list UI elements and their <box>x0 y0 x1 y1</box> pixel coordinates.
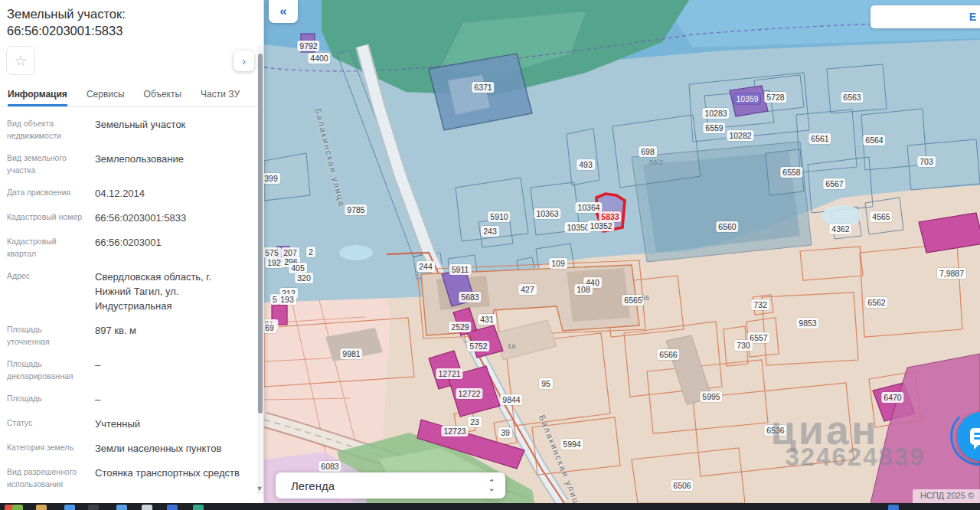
taskbar-icon-1[interactable] <box>12 505 23 510</box>
parcel-label-56/2[interactable]: 56/2 <box>647 157 666 168</box>
parcel-label-6567[interactable]: 6567 <box>823 178 845 189</box>
parcel-label-5995[interactable]: 5995 <box>700 391 722 402</box>
taskbar-icon-5[interactable] <box>116 505 127 510</box>
parcel-label-12723[interactable]: 12723 <box>441 426 468 436</box>
parcel-label-5910[interactable]: 5910 <box>488 211 510 222</box>
parcel-label-6561[interactable]: 6561 <box>808 133 831 144</box>
parcel-label-10359[interactable]: 10359 <box>733 93 760 104</box>
parcel-label-703[interactable]: 703 <box>917 156 936 167</box>
field-row: Площадь– <box>7 392 243 407</box>
parcel-label-10283[interactable]: 10283 <box>702 108 729 119</box>
favorite-button[interactable]: ☆ <box>6 46 35 75</box>
taskbar-icon-9[interactable] <box>888 505 899 510</box>
parcel-label-2529[interactable]: 2529 <box>449 322 471 332</box>
parcel-label-9844[interactable]: 9844 <box>500 394 522 405</box>
parcel-label-9981[interactable]: 9981 <box>340 348 362 359</box>
panel-scrollbar[interactable]: ▼ <box>257 46 263 494</box>
legend-dropdown[interactable]: Легенда ⌃ ⌄ <box>276 472 505 499</box>
parcel-label-5911[interactable]: 5911 <box>449 264 472 275</box>
parcel-label-427[interactable]: 427 <box>518 284 537 295</box>
taskbar-icon-4[interactable] <box>88 505 99 510</box>
parcel-label-431[interactable]: 431 <box>478 314 496 325</box>
map-base-layers <box>264 0 980 503</box>
parcel-label-575[interactable]: 575 <box>264 247 281 258</box>
scrollbar-thumb[interactable] <box>258 54 263 414</box>
parcel-label-4362[interactable]: 4362 <box>829 224 851 234</box>
map-canvas[interactable]: Балакинская улица Балакинская улица « Е … <box>264 0 980 503</box>
parcel-label-2[interactable]: 2 <box>306 247 315 257</box>
parcel-label-12721[interactable]: 12721 <box>436 368 462 379</box>
chevron-updown-icon[interactable]: ⌃ ⌄ <box>478 480 505 491</box>
parcel-label-6083[interactable]: 6083 <box>318 461 341 472</box>
parcel-label-5752[interactable]: 5752 <box>467 341 489 351</box>
parcel-label-10364[interactable]: 10364 <box>575 202 602 213</box>
tabs-more-button[interactable]: › <box>234 51 254 71</box>
field-row: Вид объекта недвижимостиЗемельный участо… <box>7 117 243 142</box>
scrollbar-down-arrow[interactable]: ▼ <box>256 485 263 492</box>
parcel-label-109[interactable]: 109 <box>549 258 567 269</box>
parcel-label-1а[interactable]: 1а <box>505 341 518 351</box>
parcel-label-6371[interactable]: 6371 <box>472 82 494 93</box>
field-row: Кадастровый номер66:56:0203001:5833 <box>7 211 243 225</box>
parcel-label-6506[interactable]: 6506 <box>671 480 693 491</box>
legend-label: Легенда <box>276 479 478 492</box>
parcel-label-9792[interactable]: 9792 <box>297 41 319 51</box>
parcel-label-23[interactable]: 23 <box>468 417 482 427</box>
parcel-label-6564[interactable]: 6564 <box>863 135 885 145</box>
parcel-label-6536[interactable]: 6536 <box>764 425 786 436</box>
parcel-label-5683[interactable]: 5683 <box>459 292 481 302</box>
taskbar-icon-6[interactable] <box>142 505 152 510</box>
parcel-label-399[interactable]: 399 <box>264 173 280 184</box>
field-row: Дата присвоения04.12.2014 <box>7 186 243 201</box>
parcel-label-6470[interactable]: 6470 <box>881 392 903 403</box>
parcel-label-5728[interactable]: 5728 <box>764 92 786 103</box>
parcel-label-9853[interactable]: 9853 <box>796 318 818 329</box>
field-value: 66:56:0203001:5833 <box>95 211 243 225</box>
parcel-label-320[interactable]: 320 <box>295 273 313 283</box>
parcel-label-6558[interactable]: 6558 <box>780 167 802 178</box>
parcel-label-732[interactable]: 732 <box>751 299 769 310</box>
parcel-label-193[interactable]: 193 <box>278 294 296 305</box>
parcel-label-730[interactable]: 730 <box>734 340 753 351</box>
parcel-label-39[interactable]: 39 <box>498 427 512 438</box>
parcel-label-244[interactable]: 244 <box>416 261 435 272</box>
taskbar-icon-2[interactable] <box>36 505 47 510</box>
parcel-label-4565[interactable]: 4565 <box>870 211 892 222</box>
tab-0[interactable]: Информация <box>8 89 67 106</box>
taskbar-icon-3[interactable] <box>64 505 75 510</box>
parcel-label-192[interactable]: 192 <box>265 257 283 268</box>
parcel-label-6559[interactable]: 6559 <box>703 123 725 133</box>
taskbar-icon-7[interactable] <box>167 505 178 510</box>
parcel-label-69[interactable]: 69 <box>264 322 276 333</box>
parcel-label-108[interactable]: 108 <box>574 284 593 295</box>
parcel-label-7,9887[interactable]: 7,9887 <box>937 268 966 279</box>
page-title: Земельный участок: 66:56:0203001:5833 <box>0 0 263 39</box>
tab-2[interactable]: Объекты <box>144 89 182 106</box>
parcel-label-6560[interactable]: 6560 <box>716 221 738 232</box>
field-label: Кадастровый квартал <box>7 235 86 260</box>
field-row: СтатусУчтенный <box>7 417 243 431</box>
parcel-label-493[interactable]: 493 <box>577 159 595 170</box>
parcel-label-10352[interactable]: 10352 <box>587 221 614 231</box>
parcel-label-12722[interactable]: 12722 <box>456 388 482 399</box>
parcel-label-243[interactable]: 243 <box>481 226 499 237</box>
parcel-label-6563[interactable]: 6563 <box>841 92 863 103</box>
parcel-label-6566[interactable]: 6566 <box>657 349 679 360</box>
taskbar-icon-8[interactable] <box>193 505 204 510</box>
parcel-label-405[interactable]: 405 <box>289 263 307 273</box>
parcel-label-4400[interactable]: 4400 <box>308 53 330 64</box>
parcel-label-56[interactable]: 56 <box>639 293 652 303</box>
tab-3[interactable]: Части ЗУ <box>201 89 240 106</box>
parcel-label-95[interactable]: 95 <box>539 378 553 389</box>
windows-taskbar[interactable] <box>0 503 980 510</box>
parcel-label-10282[interactable]: 10282 <box>727 130 753 141</box>
parcel-label-10363[interactable]: 10363 <box>534 208 560 219</box>
parcel-label-6562[interactable]: 6562 <box>865 297 887 308</box>
parcel-label-5[interactable]: 5 <box>270 294 279 305</box>
parcel-label-5994[interactable]: 5994 <box>560 439 583 450</box>
parcel-label-698[interactable]: 698 <box>639 146 657 157</box>
tab-1[interactable]: Сервисы <box>87 89 125 106</box>
panel-collapse-button[interactable]: « <box>269 0 298 23</box>
parcel-label-9785[interactable]: 9785 <box>345 204 367 215</box>
map-search-box[interactable]: Е <box>871 5 980 28</box>
